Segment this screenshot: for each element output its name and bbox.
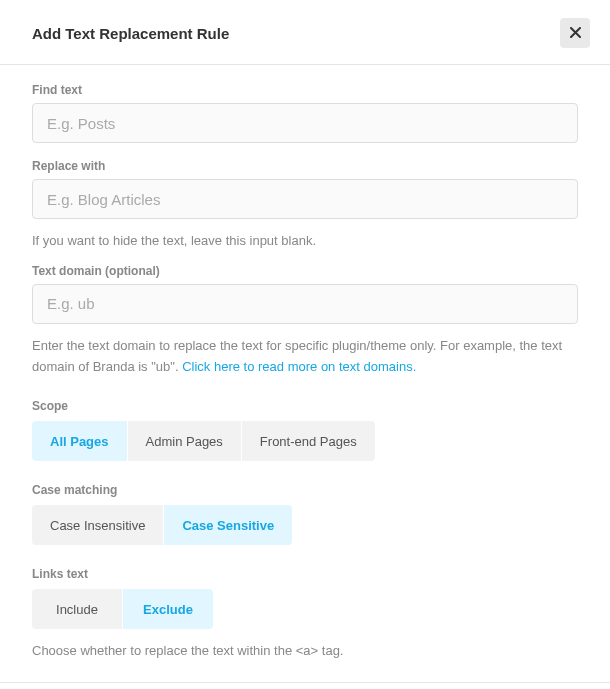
scope-option-admin-pages[interactable]: Admin Pages [128,421,241,461]
scope-option-front-end-pages[interactable]: Front-end Pages [242,421,375,461]
case-matching-group: Case Insensitive Case Sensitive [32,505,578,545]
case-matching-label: Case matching [32,483,578,497]
replace-with-label: Replace with [32,159,578,173]
scope-group: All Pages Admin Pages Front-end Pages [32,421,578,461]
replace-with-input[interactable] [32,179,578,219]
links-option-include[interactable]: Include [32,589,122,629]
scope-option-all-pages[interactable]: All Pages [32,421,127,461]
scope-label: Scope [32,399,578,413]
modal-header: Add Text Replacement Rule [0,0,610,65]
find-text-label: Find text [32,83,578,97]
modal-title: Add Text Replacement Rule [32,25,229,42]
text-domain-input[interactable] [32,284,578,324]
links-text-help: Choose whether to replace the text withi… [32,641,578,662]
text-domain-help: Enter the text domain to replace the tex… [32,336,578,378]
text-domain-help-link[interactable]: Click here to read more on text domains. [182,359,416,374]
links-option-exclude[interactable]: Exclude [123,589,213,629]
links-text-group: Include Exclude [32,589,578,629]
close-button[interactable] [560,18,590,48]
text-domain-label: Text domain (optional) [32,264,578,278]
case-option-insensitive[interactable]: Case Insensitive [32,505,163,545]
modal: Add Text Replacement Rule Find text Repl… [0,0,610,689]
replace-help-text: If you want to hide the text, leave this… [32,231,578,252]
links-text-label: Links text [32,567,578,581]
case-option-sensitive[interactable]: Case Sensitive [164,505,292,545]
find-text-input[interactable] [32,103,578,143]
modal-footer: CANCEL ADD [0,682,610,689]
close-icon [570,25,581,41]
modal-body: Find text Replace with If you want to hi… [0,65,610,682]
